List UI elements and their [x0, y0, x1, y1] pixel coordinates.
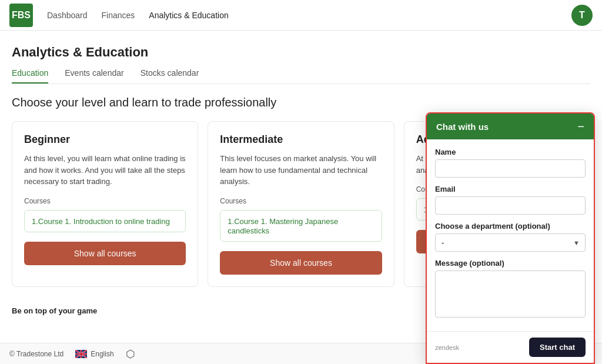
chat-department-select[interactable]: - [435, 233, 586, 252]
nav-links: Dashboard Finances Analytics & Education [47, 8, 557, 22]
tab-stocks[interactable]: Stocks calendar [141, 68, 199, 84]
chat-footer: zendesk Start chat [427, 331, 594, 335]
card-intermediate-desc: This level focuses on market analysis. Y… [220, 153, 382, 188]
tab-events[interactable]: Events calendar [65, 68, 123, 84]
footer-tagline: Be on top of your game [12, 306, 97, 315]
card-beginner-title: Beginner [24, 133, 186, 146]
chat-department-group: Choose a department (optional) - ▼ [435, 222, 586, 252]
top-nav: FBS Dashboard Finances Analytics & Educa… [0, 0, 602, 31]
chat-email-group: Email [435, 185, 586, 215]
section-heading: Choose your level and learn to trade pro… [12, 96, 590, 109]
chat-message-label: Message (optional) [435, 259, 586, 268]
card-beginner-desc: At this level, you will learn what onlin… [24, 153, 186, 188]
beginner-show-all-button[interactable]: Show all courses [24, 242, 186, 265]
avatar[interactable]: T [571, 5, 593, 26]
nav-dashboard[interactable]: Dashboard [47, 8, 88, 22]
intermediate-courses-label: Courses [220, 197, 382, 205]
chat-body: Name Email Choose a department (optional… [427, 139, 594, 326]
chat-name-label: Name [435, 148, 586, 156]
chat-department-label: Choose a department (optional) [435, 222, 586, 231]
tab-education[interactable]: Education [12, 68, 48, 84]
tab-bar: Education Events calendar Stocks calenda… [12, 68, 590, 84]
intermediate-show-all-button[interactable]: Show all courses [220, 251, 382, 275]
chat-message-group: Message (optional) [435, 259, 586, 319]
chat-email-input[interactable] [435, 196, 586, 215]
chat-email-label: Email [435, 185, 586, 193]
beginner-course-box[interactable]: 1.Course 1. Introduction to online tradi… [24, 210, 186, 232]
logo[interactable]: FBS [9, 4, 33, 27]
card-intermediate-title: Intermediate [220, 133, 382, 146]
chat-minimize-button[interactable]: − [577, 121, 584, 132]
intermediate-course-box[interactable]: 1.Course 1. Mastering Japanese candlesti… [220, 210, 382, 242]
nav-finances[interactable]: Finances [102, 8, 135, 22]
nav-analytics[interactable]: Analytics & Education [149, 8, 228, 22]
intermediate-course-link[interactable]: 1.Course 1. Mastering Japanese candlesti… [228, 217, 338, 235]
chat-name-group: Name [435, 148, 586, 178]
chat-name-input[interactable] [435, 159, 586, 178]
beginner-course-link[interactable]: 1.Course 1. Introduction to online tradi… [32, 217, 170, 226]
chat-panel: Chat with us − Name Email Choose a depar… [426, 112, 595, 335]
beginner-courses-label: Courses [24, 197, 186, 205]
page-title: Analytics & Education [12, 45, 590, 60]
card-beginner: Beginner At this level, you will learn w… [12, 121, 198, 287]
chat-header: Chat with us − [427, 113, 594, 139]
chat-header-title: Chat with us [436, 122, 489, 132]
chat-department-select-wrap: - ▼ [435, 233, 586, 252]
card-intermediate: Intermediate This level focuses on marke… [208, 121, 394, 287]
chat-message-input[interactable] [435, 271, 586, 318]
